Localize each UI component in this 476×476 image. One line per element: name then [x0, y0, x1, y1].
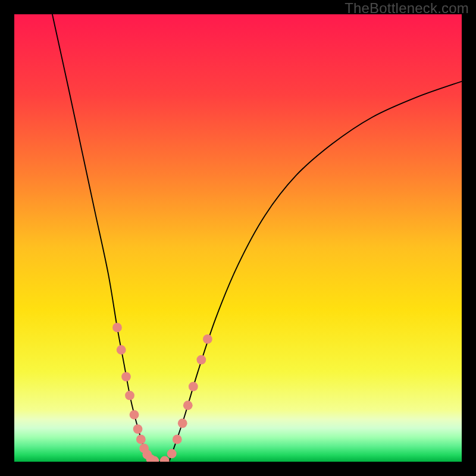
data-marker [196, 355, 206, 365]
data-marker [136, 435, 146, 444]
data-marker [117, 345, 126, 355]
markers-right [167, 334, 212, 458]
watermark-text: TheBottleneck.com [345, 0, 469, 17]
data-marker [203, 334, 212, 344]
curve-right [169, 82, 462, 462]
data-marker [121, 372, 131, 381]
curve-left [52, 14, 150, 462]
markers-left [112, 323, 170, 462]
data-marker [183, 400, 193, 410]
data-marker [167, 449, 177, 459]
data-marker [178, 418, 187, 428]
data-marker [112, 323, 122, 333]
chart-frame: TheBottleneck.com [0, 0, 476, 476]
data-marker [125, 391, 134, 400]
data-marker [133, 424, 143, 434]
data-marker [189, 382, 198, 392]
data-marker [173, 435, 182, 444]
data-marker [130, 410, 139, 419]
plot-area [14, 14, 462, 462]
data-marker [160, 456, 170, 462]
curves-layer [14, 14, 462, 462]
